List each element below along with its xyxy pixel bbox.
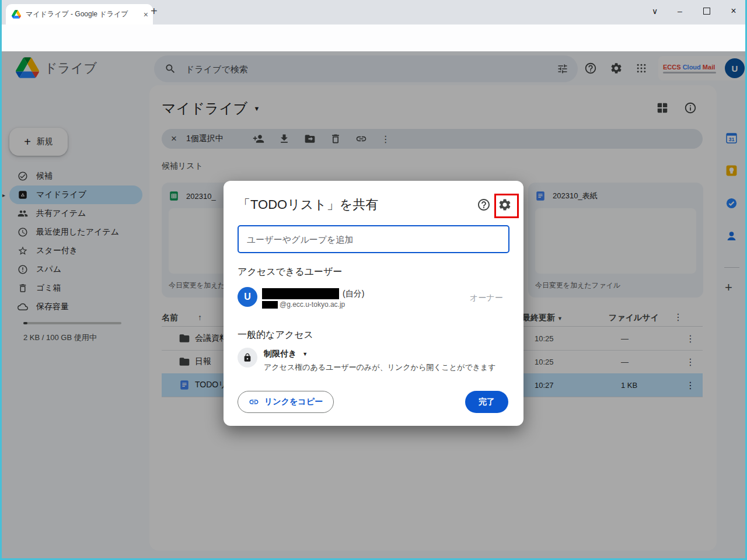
copy-link-button[interactable]: リンクをコピー xyxy=(238,391,334,413)
owner-self-label: (自分) xyxy=(343,289,364,299)
owner-email-domain: @g.ecc.u-tokyo.ac.jp xyxy=(280,300,345,309)
browser-toolbar: ← → drive.google.com/drive/my-drive U ⋮ xyxy=(0,24,747,52)
window-maximize-button[interactable] xyxy=(697,4,717,19)
redacted-name xyxy=(262,288,339,299)
dialog-title: 「TODOリスト」を共有 xyxy=(238,196,378,214)
access-description: アクセス権のあるユーザーのみが、リンクから開くことができます xyxy=(264,362,496,373)
owner-role-label: オーナー xyxy=(470,293,503,303)
link-icon xyxy=(249,397,259,407)
general-access-heading: 一般的なアクセス xyxy=(238,329,313,341)
access-level-dropdown[interactable]: 制限付き ▼ xyxy=(264,349,308,359)
dialog-help-icon[interactable] xyxy=(477,198,491,212)
share-dialog: 「TODOリスト」を共有 アクセスできるユーザー U (自分) @g.ecc.u… xyxy=(224,181,523,426)
browser-tab-bar: マイドライブ - Google ドライブ × + ∨ – × xyxy=(0,0,747,24)
add-people-input[interactable] xyxy=(238,225,509,253)
restricted-lock-icon xyxy=(238,348,257,368)
window-minimize-button[interactable]: – xyxy=(670,4,690,19)
drive-favicon xyxy=(12,10,21,19)
window-border-left xyxy=(0,0,2,560)
owner-avatar: U xyxy=(238,287,257,307)
done-button[interactable]: 完了 xyxy=(465,391,508,413)
browser-tab[interactable]: マイドライブ - Google ドライブ × xyxy=(6,4,153,24)
redacted-email xyxy=(262,301,278,309)
dropdown-caret-icon: ▼ xyxy=(302,351,308,357)
tab-close-icon[interactable]: × xyxy=(144,10,148,19)
people-with-access-heading: アクセスできるユーザー xyxy=(238,266,342,278)
dialog-settings-gear-icon[interactable] xyxy=(498,198,512,212)
window-close-button[interactable]: × xyxy=(724,4,743,19)
tab-title: マイドライブ - Google ドライブ xyxy=(26,9,139,19)
tab-search-chevron-icon[interactable]: ∨ xyxy=(645,4,665,19)
new-tab-button[interactable]: + xyxy=(151,5,158,18)
